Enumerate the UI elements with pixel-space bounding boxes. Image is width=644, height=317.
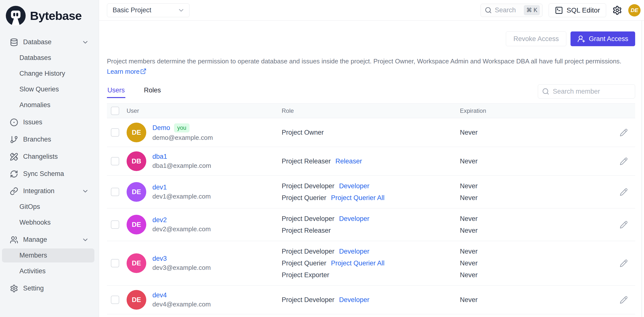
scrollbar-track[interactable] — [642, 21, 642, 317]
user-email: demo@example.com — [152, 134, 213, 142]
member-search-placeholder: Search member — [553, 88, 600, 95]
sidebar-item-gitops[interactable]: GitOps — [2, 200, 94, 214]
row-checkbox[interactable] — [111, 188, 119, 196]
sidebar-item-branches[interactable]: Branches — [2, 132, 94, 146]
table-row: DE dev4 dev4@example.com Project Develop… — [107, 286, 635, 314]
sidebar-item-label: Setting — [23, 284, 44, 292]
user-email: dev1@example.com — [152, 193, 211, 200]
user-link[interactable]: dev1 — [152, 184, 167, 191]
expiration-value: Never — [460, 257, 598, 269]
bytebase-logo-icon — [6, 6, 26, 26]
expiration-value: Never — [460, 224, 598, 236]
pencil-icon — [620, 259, 628, 267]
sidebar-item-issues[interactable]: Issues — [2, 115, 94, 129]
pencil-ruler-icon — [10, 152, 18, 161]
sidebar-item-manage[interactable]: Manage — [2, 233, 94, 247]
edit-member-button[interactable] — [620, 259, 628, 267]
user-link[interactable]: dev3 — [152, 255, 167, 262]
chevron-down-icon — [82, 236, 89, 244]
expiration-value: Never — [460, 155, 598, 167]
learn-more-link[interactable]: Learn more — [107, 68, 146, 75]
sidebar-item-label: Changelists — [23, 153, 58, 160]
role-link[interactable]: Project Querier All — [331, 194, 385, 202]
edit-member-button[interactable] — [620, 296, 628, 304]
sidebar-item-setting[interactable]: Setting — [2, 281, 94, 296]
user-email: dba1@example.com — [152, 162, 211, 170]
sidebar-item-slow-queries[interactable]: Slow Queries — [2, 82, 94, 96]
user-plus-icon — [578, 35, 585, 43]
sidebar-item-sync-schema[interactable]: Sync Schema — [2, 167, 94, 181]
sidebar-item-activities[interactable]: Activities — [2, 264, 94, 278]
sidebar-item-label: Sync Schema — [23, 170, 64, 178]
user-link[interactable]: dev2 — [152, 216, 167, 224]
tab-roles[interactable]: Roles — [144, 85, 162, 98]
edit-member-button[interactable] — [620, 221, 628, 229]
link-icon — [10, 187, 18, 195]
sidebar-item-label: Issues — [23, 118, 42, 126]
sidebar-item-label: GitOps — [20, 203, 40, 210]
role-link[interactable]: Developer — [339, 296, 370, 304]
user-link[interactable]: dev4 — [152, 292, 167, 299]
sidebar-item-label: Databases — [20, 54, 51, 62]
select-all-checkbox[interactable] — [111, 107, 119, 115]
sidebar-item-label: Webhooks — [20, 219, 51, 226]
row-checkbox[interactable] — [111, 128, 119, 137]
topbar: Basic Project Search ⌘ K SQL Editor DE — [99, 0, 644, 21]
grant-access-button[interactable]: Grant Access — [570, 32, 635, 46]
table-row: DE Demoyou demo@example.com Project Owne… — [107, 118, 635, 147]
sync-refresh-icon — [10, 170, 18, 178]
members-table: User Role Expiration DE Demoyou demo@exa… — [107, 104, 635, 314]
sql-editor-label: SQL Editor — [566, 6, 600, 14]
global-search-input[interactable]: Search ⌘ K — [480, 4, 542, 17]
role-link[interactable]: Releaser — [336, 158, 362, 165]
role-link[interactable]: Developer — [339, 182, 370, 190]
row-checkbox[interactable] — [111, 259, 119, 267]
edit-member-button[interactable] — [620, 188, 628, 196]
table-row: DE dev2 dev2@example.com Project Develop… — [107, 208, 635, 241]
edit-member-button[interactable] — [620, 128, 628, 137]
chevron-down-icon — [82, 188, 89, 195]
role-link[interactable]: Developer — [339, 215, 370, 223]
pencil-icon — [620, 128, 628, 137]
sidebar-item-webhooks[interactable]: Webhooks — [2, 216, 94, 230]
user-link[interactable]: dba1 — [152, 153, 167, 160]
sidebar: Bytebase Database Databases Change Histo… — [0, 0, 99, 317]
expiration-value: Never — [460, 269, 598, 281]
brand[interactable]: Bytebase — [0, 6, 99, 32]
sidebar-item-label: Branches — [23, 136, 51, 143]
tab-users[interactable]: Users — [107, 85, 125, 98]
sidebar-item-integration[interactable]: Integration — [2, 184, 94, 198]
pencil-icon — [620, 188, 628, 196]
terminal-icon — [555, 6, 563, 14]
member-search-input[interactable]: Search member — [538, 84, 635, 98]
pencil-icon — [620, 221, 628, 229]
you-badge: you — [174, 123, 190, 132]
avatar: DB — [126, 151, 146, 171]
user-email: dev2@example.com — [152, 225, 211, 233]
sidebar-item-anomalies[interactable]: Anomalies — [2, 98, 94, 112]
sidebar-item-database[interactable]: Database — [2, 35, 94, 49]
users-icon — [10, 236, 18, 244]
row-checkbox[interactable] — [111, 157, 119, 166]
role-link[interactable]: Developer — [339, 248, 370, 255]
row-checkbox[interactable] — [111, 220, 119, 229]
revoke-access-button[interactable]: Revoke Access — [506, 32, 566, 46]
row-checkbox[interactable] — [111, 296, 119, 304]
user-avatar[interactable]: DE — [628, 4, 640, 16]
gear-icon — [10, 284, 18, 293]
sidebar-item-members[interactable]: Members — [2, 248, 94, 262]
sidebar-item-change-history[interactable]: Change History — [2, 66, 94, 80]
settings-gear-button[interactable] — [612, 6, 622, 15]
user-email: dev3@example.com — [152, 264, 211, 272]
search-icon — [485, 7, 492, 14]
project-selector[interactable]: Basic Project — [107, 4, 190, 17]
user-link[interactable]: Demo — [152, 124, 170, 132]
sql-editor-button[interactable]: SQL Editor — [549, 4, 606, 17]
sidebar-item-databases[interactable]: Databases — [2, 51, 94, 65]
edit-member-button[interactable] — [620, 157, 628, 166]
avatar: DE — [126, 182, 146, 202]
search-icon — [542, 88, 549, 95]
role-link[interactable]: Project Querier All — [331, 260, 385, 267]
table-row: DE dev1 dev1@example.com Project Develop… — [107, 176, 635, 208]
sidebar-item-changelists[interactable]: Changelists — [2, 150, 94, 164]
